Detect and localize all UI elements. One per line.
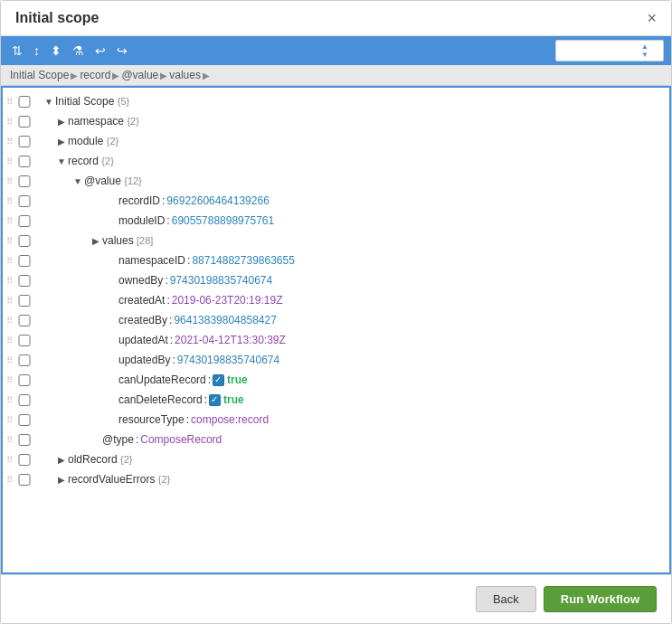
row-checkbox[interactable] — [17, 454, 32, 466]
drag-handle[interactable]: ⠿ — [3, 316, 15, 326]
row-checkbox[interactable] — [17, 394, 32, 406]
drag-handle[interactable]: ⠿ — [3, 355, 15, 365]
colon: : — [165, 274, 167, 287]
back-button[interactable]: Back — [476, 586, 536, 612]
row-checkbox[interactable] — [17, 235, 32, 247]
colon: : — [187, 254, 190, 267]
colon: : — [166, 294, 169, 307]
row-checkbox[interactable] — [17, 374, 32, 386]
sort-up-icon[interactable]: ⇅ — [8, 42, 26, 60]
run-workflow-button[interactable]: Run Workflow — [544, 586, 657, 612]
tree-row: ⠿ @type : ComposeRecord — [3, 430, 669, 449]
row-type: {2} — [101, 156, 113, 166]
undo-icon[interactable]: ↩ — [91, 42, 109, 60]
row-checkbox[interactable] — [17, 96, 32, 108]
toggle-icon[interactable]: ▶ — [90, 236, 102, 246]
row-key: ownedBy — [118, 274, 163, 287]
tree-row: ⠿ createdAt : 2019-06-23T20:19:19Z — [3, 290, 669, 310]
row-value: 97430198835740674 — [177, 354, 279, 366]
tree-row: ⠿ updatedAt : 2021-04-12T13:30:39Z — [3, 330, 669, 350]
row-checkbox[interactable] — [17, 434, 32, 446]
toggle-icon[interactable]: ▼ — [55, 156, 68, 166]
tree-row: ⠿ recordID : 96922606464139266 — [3, 191, 669, 211]
row-key: createdAt — [118, 294, 165, 307]
row-value: ComposeRecord — [140, 433, 222, 446]
row-key: recordValueErrors — [68, 473, 158, 486]
row-checkbox[interactable] — [17, 175, 32, 187]
filter-icon[interactable]: ⚗ — [69, 42, 88, 60]
row-checkbox[interactable] — [17, 156, 32, 167]
modal-header: Initial scope × — [1, 1, 671, 36]
row-type: [28] — [137, 235, 153, 246]
drag-handle[interactable]: ⠿ — [3, 415, 15, 425]
row-checkbox[interactable] — [17, 255, 32, 267]
row-type: {2} — [107, 136, 118, 147]
toggle-icon[interactable]: ▶ — [55, 475, 68, 485]
drag-handle[interactable]: ⠿ — [3, 97, 15, 107]
breadcrumb-item-1[interactable]: record — [80, 69, 110, 81]
sort-icon[interactable]: ⬍ — [47, 42, 65, 60]
toolbar: ⇅ ↕ ⬍ ⚗ ↩ ↪ ▲ ▼ — [1, 36, 671, 65]
tree-row: ⠿ ▶ namespace {2} — [3, 111, 669, 131]
row-key: canUpdateRecord — [118, 373, 206, 386]
drag-handle[interactable]: ⠿ — [3, 117, 15, 127]
row-key: createdBy — [118, 314, 167, 326]
redo-icon[interactable]: ↪ — [113, 42, 131, 60]
toggle-icon[interactable]: ▼ — [43, 97, 55, 107]
row-checkbox[interactable] — [17, 315, 32, 326]
row-checkbox[interactable] — [17, 355, 32, 366]
search-arrows[interactable]: ▲ ▼ — [641, 43, 648, 59]
drag-handle[interactable]: ⠿ — [3, 296, 15, 306]
breadcrumb-item-3[interactable]: values — [169, 69, 201, 81]
tree-row: ⠿ createdBy : 96413839804858427 — [3, 310, 669, 330]
row-checkbox[interactable] — [17, 195, 32, 207]
toggle-icon[interactable]: ▶ — [55, 137, 68, 147]
drag-handle[interactable]: ⠿ — [3, 236, 15, 246]
modal-title: Initial scope — [15, 10, 99, 26]
sort-down-icon[interactable]: ↕ — [30, 42, 43, 60]
row-key: @value — [84, 175, 124, 187]
drag-handle[interactable]: ⠿ — [3, 196, 15, 206]
close-button[interactable]: × — [647, 10, 657, 26]
tree-row: ⠿ ▼ Initial Scope {5} — [3, 91, 669, 111]
drag-handle[interactable]: ⠿ — [3, 216, 15, 226]
drag-handle[interactable]: ⠿ — [3, 475, 15, 485]
drag-handle[interactable]: ⠿ — [3, 137, 15, 147]
breadcrumb-item-0[interactable]: Initial Scope — [10, 69, 69, 81]
row-checkbox[interactable] — [17, 215, 32, 227]
row-checkbox[interactable] — [17, 136, 32, 147]
search-input[interactable] — [560, 44, 641, 57]
row-key: recordID — [118, 194, 160, 207]
drag-handle[interactable]: ⠿ — [3, 395, 15, 405]
toggle-icon[interactable]: ▶ — [55, 117, 68, 127]
drag-handle[interactable]: ⠿ — [3, 375, 15, 385]
row-value: true — [223, 393, 244, 406]
row-checkbox[interactable] — [17, 335, 32, 346]
colon: : — [136, 433, 138, 446]
row-type: {2} — [127, 116, 138, 127]
row-checkbox[interactable] — [17, 414, 32, 426]
toggle-icon[interactable]: ▶ — [55, 455, 68, 465]
row-checkbox[interactable] — [17, 474, 32, 486]
row-key: updatedBy — [118, 354, 170, 366]
toggle-icon[interactable]: ▼ — [71, 176, 84, 186]
row-checkbox[interactable] — [17, 275, 32, 287]
row-value: 97430198835740674 — [170, 274, 272, 287]
breadcrumb-item-2[interactable]: @value — [121, 69, 158, 81]
row-key: moduleID — [118, 214, 165, 227]
drag-handle[interactable]: ⠿ — [3, 455, 15, 465]
row-checkbox[interactable] — [17, 116, 32, 128]
drag-handle[interactable]: ⠿ — [3, 156, 15, 166]
drag-handle[interactable]: ⠿ — [3, 435, 15, 445]
row-key: @type — [102, 433, 134, 446]
tree-row: ⠿ canUpdateRecord : true — [3, 370, 669, 390]
row-value: 88714882739863655 — [192, 254, 294, 267]
drag-handle[interactable]: ⠿ — [3, 256, 15, 266]
row-key: oldRecord — [68, 453, 120, 466]
drag-handle[interactable]: ⠿ — [3, 336, 15, 345]
tree-row: ⠿ ▶ recordValueErrors {2} — [3, 469, 669, 489]
drag-handle[interactable]: ⠿ — [3, 276, 15, 286]
row-value: true — [227, 373, 248, 386]
drag-handle[interactable]: ⠿ — [3, 176, 15, 186]
row-checkbox[interactable] — [17, 295, 32, 307]
